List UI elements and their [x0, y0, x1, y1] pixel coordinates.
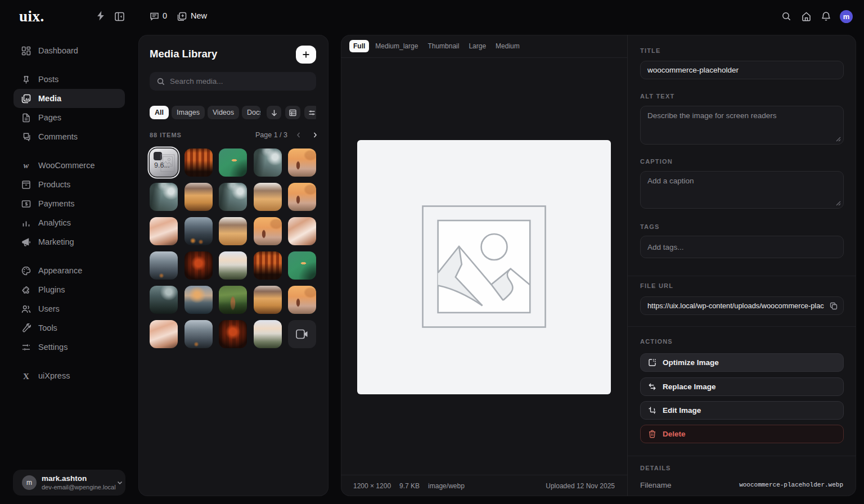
svg-text:X: X — [23, 371, 29, 380]
svg-text:w: w — [24, 161, 29, 170]
